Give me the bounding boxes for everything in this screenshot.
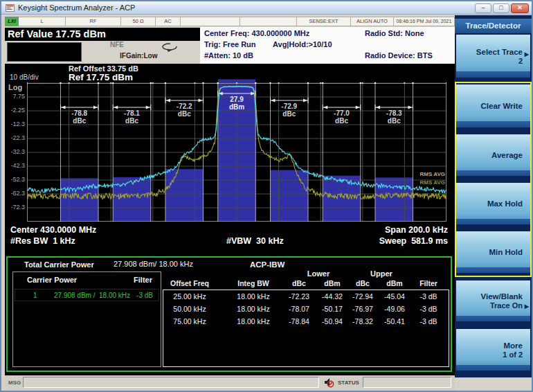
- offset-dbc-annotation: -78.8dBc: [55, 109, 104, 125]
- y-axis-tick-label: -72.3: [5, 204, 25, 211]
- ifgain-label: IFGain:Low: [120, 52, 157, 60]
- span-annotation: Span 200.0 kHz: [385, 225, 448, 235]
- status-cell: RF: [66, 17, 121, 26]
- softkey-more[interactable]: More 1 of 2: [456, 329, 530, 371]
- y-axis-tick-label: -2.25: [5, 107, 25, 114]
- ref-value-bar: Ref Value 17.75 dBm: [5, 28, 200, 41]
- carrier-filter: -3 dB: [136, 292, 153, 299]
- continuous-sweep-icon: [160, 42, 179, 52]
- carrier-filter-header: Filter: [134, 276, 152, 284]
- status-cell: [240, 17, 297, 26]
- softkey-value: 1 of 2: [503, 350, 523, 359]
- footer-bar: MSG STATUS: [5, 375, 455, 390]
- lxi-badge: LXI: [5, 17, 19, 26]
- status-strip: LXI LRF50 ΩACSENSE:EXTALIGN AUTO08:46:16…: [5, 15, 455, 27]
- softkey-value: 2: [518, 57, 523, 65]
- radio-device-label: Radio Device: BTS: [365, 51, 433, 60]
- softkey-label: More: [504, 341, 523, 350]
- upper-group-header: Upper: [350, 269, 413, 278]
- close-button[interactable]: ✕: [511, 3, 529, 13]
- trace2-detector-label: RMS AVG: [420, 171, 445, 177]
- y-axis-tick-label: -22.3: [5, 134, 25, 141]
- spectrum-display: 10 dB/div Log Ref Offset 33.75 dB Ref 17…: [5, 64, 455, 375]
- trace1-detector-label: RMS AVG: [420, 179, 445, 186]
- message-area: [23, 377, 319, 388]
- avg-hold-label: Avg|Hold:>10/10: [273, 40, 332, 48]
- center-freq-label: Center Freq: 430.000000 MHz: [204, 29, 309, 37]
- status-strip-cells: LRF50 ΩACSENSE:EXTALIGN AUTO08:46:16 PM …: [19, 17, 455, 26]
- submenu-arrow-icon: ▶: [525, 51, 529, 57]
- status-cell: L: [19, 17, 66, 26]
- softkey-label: Max Hold: [487, 199, 523, 208]
- window-title: Keysight Spectrum Analyzer - ACP: [18, 3, 135, 12]
- active-function-box: [7, 42, 82, 62]
- total-carrier-power-value: 27.908 dBm/ 18.00 kHz: [114, 260, 193, 268]
- softkey-label: Average: [491, 151, 523, 159]
- menu-title: Trace/Detector: [455, 19, 532, 33]
- acp-table-cell: 50.00 kHz: [158, 305, 222, 313]
- radio-std-label: Radio Std: None: [365, 29, 424, 37]
- y-axis-tick-label: -62.3: [5, 190, 25, 197]
- carrier-index: 1: [33, 292, 37, 299]
- softkey-max-hold[interactable]: Max Hold: [456, 183, 530, 224]
- acp-ibw-label: ACP-IBW: [250, 260, 284, 269]
- y-axis-tick-label: -52.3: [5, 176, 25, 183]
- header-right: Center Freq: 430.000000 MHz Trig: Free R…: [200, 27, 455, 64]
- softkey-menu: Trace/Detector Select Trace 2 ▶ Clear Wr…: [455, 15, 532, 377]
- app-window: Keysight Spectrum Analyzer - ACP – □ ✕ L…: [0, 0, 533, 392]
- msg-label: MSG: [8, 380, 21, 386]
- carrier-power-box: Carrier Power Filter 1 27.908 dBm / 18.0…: [12, 271, 161, 367]
- offset-dbc-annotation: -78.3dBc: [370, 109, 418, 125]
- acp-column-header: Filter: [397, 279, 460, 287]
- acp-table-cell: -3 dB: [397, 292, 460, 301]
- softkey-label: Clear Write: [480, 102, 523, 110]
- atten-label: #Atten: 10 dB: [204, 51, 253, 60]
- maximize-button[interactable]: □: [493, 3, 509, 13]
- acp-results-panel: Total Carrier Power 27.908 dBm/ 18.00 kH…: [6, 256, 452, 372]
- softkey-view-blank[interactable]: View/Blank Trace On ▶: [456, 280, 530, 321]
- vbw-annotation: #VBW 30 kHz: [226, 236, 284, 246]
- carrier-power-annotation: 27.9dBm: [213, 96, 261, 111]
- status-cell: ALIGN AUTO: [351, 17, 394, 26]
- status-cell: 08:46:16 PM Jul 09, 2021: [394, 17, 455, 26]
- y-axis-tick-label: -12.3: [5, 121, 25, 127]
- title-bar[interactable]: Keysight Spectrum Analyzer - ACP – □ ✕: [1, 1, 532, 15]
- softkey-value: Trace On: [490, 301, 523, 310]
- header-left: NFE IFGain:Low: [5, 41, 200, 64]
- res-bw-annotation: #Res BW 1 kHz: [10, 236, 75, 246]
- offset-dbc-annotation: -78.1dBc: [108, 109, 156, 125]
- nfe-label: NFE: [110, 41, 124, 48]
- total-carrier-power-label: Total Carrier Power: [24, 260, 94, 269]
- status-cell: 50 Ω: [121, 17, 156, 26]
- carrier-value: 27.908 dBm / 18.00 kHz: [54, 292, 130, 299]
- trig-label: Trig: Free Run: [204, 40, 256, 48]
- sweep-annotation: Sweep 581.9 ms: [379, 236, 448, 246]
- minimize-button[interactable]: –: [475, 3, 491, 13]
- acp-table-cell: 75.00 kHz: [158, 317, 222, 326]
- y-axis-tick-label: -42.3: [5, 162, 25, 169]
- softkey-average[interactable]: Average: [456, 134, 530, 176]
- carrier-power-header: Carrier Power: [27, 276, 77, 284]
- lower-group-header: Lower: [287, 269, 350, 278]
- offset-dbc-annotation: -72.9dBc: [265, 103, 314, 118]
- softkey-label: Min Hold: [489, 248, 523, 256]
- speaker-mute-icon: [323, 377, 334, 388]
- center-freq-annotation: Center 430.0000 MHz: [10, 225, 96, 235]
- softkey-label: Select Trace: [476, 48, 523, 56]
- acp-column-header: Offset Freq: [158, 279, 222, 287]
- acp-table-cell: -3 dB: [397, 317, 460, 326]
- log-label: Log: [8, 83, 22, 91]
- status-label: STATUS: [338, 380, 359, 386]
- status-cell: [181, 17, 240, 26]
- offset-dbc-annotation: -77.0dBc: [318, 109, 366, 125]
- y-axis-tick-label: 7.75: [5, 93, 25, 100]
- submenu-arrow-icon: ▶: [525, 303, 529, 310]
- softkey-min-hold[interactable]: Min Hold: [456, 231, 530, 273]
- offsets-box: [163, 289, 449, 367]
- status-cell: AC: [156, 17, 181, 26]
- y-axis-tick-label: -32.3: [5, 148, 25, 155]
- softkey-select-trace[interactable]: Select Trace 2 ▶: [456, 35, 530, 78]
- app-icon: [6, 4, 15, 12]
- carrier-row[interactable]: 1 27.908 dBm / 18.00 kHz -3 dB: [15, 289, 159, 301]
- softkey-clear-write[interactable]: Clear Write: [456, 84, 530, 127]
